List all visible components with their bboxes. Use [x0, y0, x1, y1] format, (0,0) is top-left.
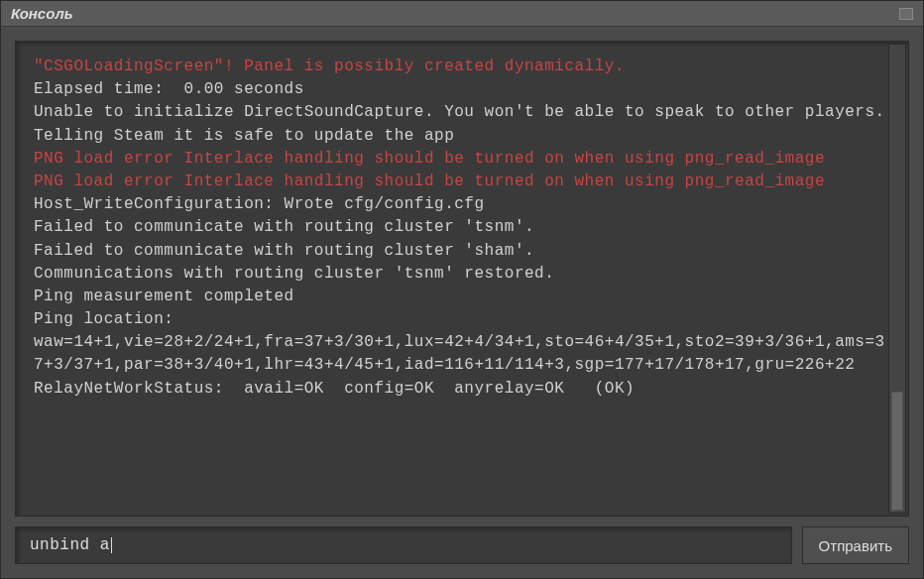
- input-text: unbind a: [30, 536, 110, 554]
- input-row: unbind a Отправить: [15, 526, 909, 564]
- scrollbar[interactable]: [888, 44, 906, 514]
- minimize-icon[interactable]: [899, 8, 913, 20]
- console-line: "CSGOLoadingScreen"! Panel is possibly c…: [34, 56, 890, 78]
- window-controls: [899, 8, 913, 20]
- console-line: PNG load error Interlace handling should…: [34, 171, 890, 193]
- console-line: Host_WriteConfiguration: Wrote cfg/confi…: [34, 193, 890, 216]
- console-lines: "CSGOLoadingScreen"! Panel is possibly c…: [34, 56, 890, 401]
- window-title: Консоль: [11, 5, 73, 22]
- titlebar: Консоль: [1, 1, 923, 27]
- console-line: waw=14+1,vie=28+2/24+1,fra=37+3/30+1,lux…: [34, 331, 890, 377]
- console-line: Failed to communicate with routing clust…: [34, 216, 890, 239]
- console-line: Unable to initialize DirectSoundCapture.…: [34, 101, 890, 147]
- submit-button[interactable]: Отправить: [802, 526, 909, 564]
- console-input[interactable]: unbind a: [15, 526, 792, 564]
- console-line: Failed to communicate with routing clust…: [34, 240, 890, 263]
- console-line: PNG load error Interlace handling should…: [34, 148, 890, 171]
- scroll-thumb[interactable]: [891, 392, 903, 511]
- console-line: Ping measurement completed: [34, 286, 890, 308]
- console-line: Elapsed time: 0.00 seconds: [34, 78, 890, 101]
- caret-icon: [111, 537, 112, 553]
- console-output: "CSGOLoadingScreen"! Panel is possibly c…: [15, 41, 909, 517]
- content-area: "CSGOLoadingScreen"! Panel is possibly c…: [1, 27, 923, 578]
- console-line: Ping location:: [34, 308, 890, 331]
- console-line: RelayNetWorkStatus: avail=OK config=OK a…: [34, 378, 890, 401]
- console-line: Communications with routing cluster 'tsn…: [34, 263, 890, 286]
- console-window: Консоль "CSGOLoadingScreen"! Panel is po…: [0, 0, 924, 579]
